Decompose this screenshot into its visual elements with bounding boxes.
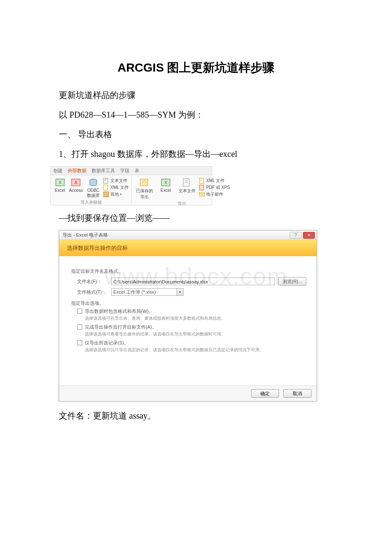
ribbon-export-email[interactable]: 电子邮件 <box>199 191 230 197</box>
ribbon-import-odbc-label: ODBC 数据库 <box>86 188 101 199</box>
svg-rect-9 <box>104 192 109 197</box>
ribbon-import-text[interactable]: 文本文件 <box>103 178 129 184</box>
svg-rect-10 <box>140 179 148 186</box>
ribbon-tabstrip: 创建 外部数据 数据库工具 字段 表 <box>51 167 212 175</box>
ribbon-export-pdf[interactable]: PDF 或 XPS <box>199 185 230 191</box>
chevron-down-icon: ▼ <box>176 289 183 295</box>
ribbon-export-excel-label: Excel <box>161 188 171 193</box>
ribbon-import-other-label: 其他 <box>110 191 119 197</box>
filename-input[interactable]: C:\Users\Administrator\Documents\assay.x… <box>111 278 275 285</box>
paragraph-1: 更新坑道样品的步骤 <box>59 88 349 102</box>
access-icon: A <box>71 178 81 187</box>
checkbox-format-layout[interactable] <box>77 309 82 314</box>
help-button[interactable]: ? <box>290 232 302 239</box>
ribbon-export-text-label: 文本文件 <box>179 188 196 194</box>
svg-text:A: A <box>75 180 78 185</box>
checkbox-selected-only[interactable] <box>77 340 82 345</box>
browse-button[interactable]: 浏览(R)... <box>278 277 306 286</box>
ribbon-import-excel-label: Excel <box>55 188 65 193</box>
dropdown-arrow-icon: ▾ <box>120 193 122 196</box>
ribbon-group-import-label: 导入并链接 <box>53 199 129 206</box>
pdf-icon <box>199 185 205 191</box>
option-row-2: 完成导出操作后打开目标文件(A)。 <box>77 324 306 330</box>
paragraph-3: 一、 导出表格 <box>59 127 349 142</box>
fileformat-value: Excel 工作簿 (*.xlsx) <box>112 289 176 295</box>
option-1-main: 导出数据时包含格式和布局(W)。 <box>85 308 153 315</box>
svg-text:X: X <box>58 180 61 185</box>
filename-label: 文件名(F)： <box>77 278 108 285</box>
ribbon-import-odbc[interactable]: ODBC 数据库 <box>85 177 101 199</box>
export-dialog: 导出 - Excel 电子表格 ? ✕ 选择数据导出操作的目标 指定目标文件名及… <box>59 230 317 402</box>
saved-export-icon <box>139 178 150 187</box>
ribbon-saved-exports-label: 已保存的导出 <box>135 188 154 200</box>
ribbon-import-other[interactable]: 其他 ▾ <box>103 191 129 197</box>
ribbon-export-xml[interactable]: XML 文件 <box>199 178 230 184</box>
excel-export-icon: X <box>161 178 171 187</box>
xml-icon <box>103 185 109 191</box>
ribbon-import-xml-label: XML 文件 <box>110 185 129 191</box>
fileformat-label: 文件格式(T)： <box>77 289 108 295</box>
ribbon-tab-db-tools[interactable]: 数据库工具 <box>92 168 115 174</box>
dialog-titlebar: 导出 - Excel 电子表格 ? ✕ <box>59 231 317 240</box>
option-row-3: 仅导出所选记录(S)。 <box>77 340 306 346</box>
option-3-main: 仅导出所选记录(S)。 <box>85 340 129 346</box>
close-icon: ✕ <box>307 233 311 237</box>
checkbox-open-after[interactable] <box>77 324 82 330</box>
database-icon <box>88 178 98 187</box>
option-2-sub: 选择该选项可查看导出操作的结果。该选项仅在导出带格式的数据时可用。 <box>85 331 306 337</box>
ribbon-export-pdf-label: PDF 或 XPS <box>206 185 230 191</box>
svg-rect-17 <box>199 185 204 190</box>
ribbon-tab-create[interactable]: 创建 <box>53 168 63 174</box>
svg-text:X: X <box>164 180 167 185</box>
ribbon-screenshot: 创建 外部数据 数据库工具 字段 表 X Excel A Access <box>50 166 212 205</box>
ribbon-export-excel[interactable]: X Excel <box>156 177 175 194</box>
ribbon-import-excel[interactable]: X Excel <box>53 177 66 194</box>
dialog-title: 导出 - Excel 电子表格 <box>63 232 108 238</box>
paragraph-2: 以 PD628—S14—1—585—SYM 为例： <box>59 107 349 122</box>
ribbon-tab-table[interactable]: 表 <box>135 168 139 174</box>
option-2-main: 完成导出操作后打开目标文件(A)。 <box>85 324 157 330</box>
close-button[interactable]: ✕ <box>303 232 315 239</box>
ok-button[interactable]: 确定 <box>251 389 279 398</box>
paragraph-4: 1、打开 shagou 数据库，外部数据—导出—excel <box>59 147 349 161</box>
ribbon-export-xml-label: XML 文件 <box>206 178 225 184</box>
section-target-label: 指定目标文件名及格式。 <box>71 268 306 275</box>
excel-icon: X <box>55 178 65 187</box>
option-3-sub: 选择该选项可以只导出选定的记录。该选项仅在导出带格式的数据且已选定记录的情况下可… <box>85 347 306 353</box>
section-options-label: 指定导出选项。 <box>71 300 306 306</box>
ribbon-saved-exports[interactable]: 已保存的导出 <box>134 177 155 201</box>
ribbon-import-access[interactable]: A Access <box>68 177 84 194</box>
paragraph-6: 文件名：更新坑道 assay。 <box>59 408 349 423</box>
email-icon <box>199 191 205 197</box>
option-row-1: 导出数据时包含格式和布局(W)。 <box>77 308 306 315</box>
ribbon-import-text-label: 文本文件 <box>110 178 127 184</box>
ribbon-export-text[interactable]: 文本文件 <box>177 177 197 195</box>
svg-rect-16 <box>199 178 204 183</box>
ribbon-group-export-label: 导出 <box>134 201 230 208</box>
fileformat-combo[interactable]: Excel 工作簿 (*.xlsx) ▼ <box>111 288 184 296</box>
more-icon <box>103 191 109 197</box>
textfile-icon <box>103 178 109 184</box>
paragraph-5: —找到要保存位置—浏览—— <box>59 211 349 225</box>
ribbon-tab-fields[interactable]: 字段 <box>120 168 130 174</box>
cancel-button[interactable]: 取消 <box>283 389 311 398</box>
page-title: ARCGIS 图上更新坑道样步骤 <box>0 60 392 76</box>
dialog-footer: 确定 取消 <box>59 385 317 401</box>
textfile-export-icon <box>182 178 192 187</box>
dialog-subheader: 选择数据导出操作的目标 <box>59 240 317 256</box>
ribbon-tab-external-data[interactable]: 外部数据 <box>68 168 86 174</box>
xml-export-icon <box>199 178 205 184</box>
ribbon-export-email-label: 电子邮件 <box>206 191 223 197</box>
svg-rect-8 <box>104 185 108 190</box>
option-1-sub: 选择该选项可在导出表、查询、窗体或报表时保留大多数格式和布局信息。 <box>85 315 306 321</box>
ribbon-import-xml[interactable]: XML 文件 <box>103 185 129 191</box>
ribbon-import-access-label: Access <box>69 188 83 193</box>
